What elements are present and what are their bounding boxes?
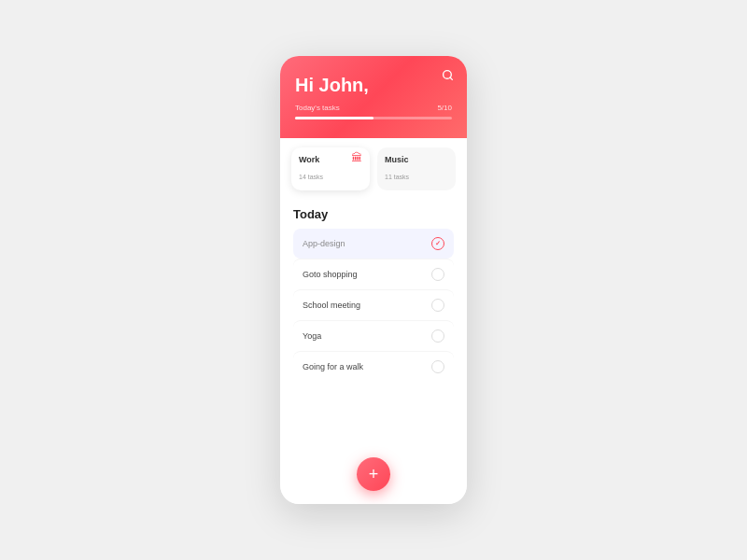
work-icon: 🏛 xyxy=(351,151,362,164)
categories: Work 14 tasks 🏛 Music 11 tasks xyxy=(280,138,467,198)
check-icon-1 xyxy=(431,237,444,250)
category-music[interactable]: Music 11 tasks xyxy=(377,147,456,190)
section-title: Today xyxy=(293,207,454,221)
greeting: Hi John, xyxy=(295,75,452,96)
header: Hi John, Today's tasks 5/10 xyxy=(280,56,467,138)
task-list: App-design Goto shopping School meeting … xyxy=(293,229,454,382)
check-icon-5 xyxy=(431,360,444,373)
table-row[interactable]: Yoga xyxy=(293,320,454,351)
progress-fill xyxy=(295,117,374,119)
table-row[interactable]: Going for a walk xyxy=(293,351,454,382)
table-row[interactable]: App-design xyxy=(293,229,454,259)
add-task-button[interactable]: + xyxy=(357,457,390,491)
table-row[interactable]: School meeting xyxy=(293,289,454,320)
check-icon-3 xyxy=(431,299,444,312)
tasks-label: Today's tasks 5/10 xyxy=(295,104,452,112)
check-icon-4 xyxy=(431,329,444,343)
search-icon[interactable] xyxy=(442,69,454,84)
fab-container: + xyxy=(280,457,467,504)
svg-line-1 xyxy=(450,77,452,79)
category-work[interactable]: Work 14 tasks 🏛 xyxy=(291,147,370,190)
table-row[interactable]: Goto shopping xyxy=(293,259,454,289)
plus-icon: + xyxy=(369,466,379,483)
check-icon-2 xyxy=(431,268,444,281)
phone-card: Hi John, Today's tasks 5/10 Work 14 task… xyxy=(280,56,467,504)
progress-bar xyxy=(295,117,452,119)
